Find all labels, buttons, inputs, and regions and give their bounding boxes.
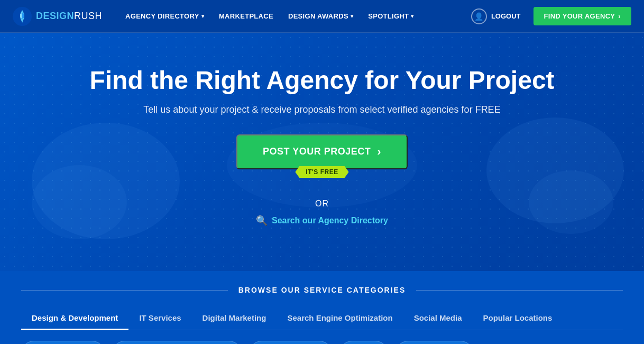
nav-agency-directory[interactable]: AGENCY DIRECTORY ▾ xyxy=(119,8,210,24)
tab-seo[interactable]: Search Engine Optimization xyxy=(277,307,403,330)
search-agency-link[interactable]: 🔍 Search our Agency Directory xyxy=(256,215,388,227)
logout-button[interactable]: 👤 LOGOUT xyxy=(465,4,527,29)
pill-ecommerce[interactable]: 🛒 Ecommerce xyxy=(249,341,332,344)
main-nav: DESIGNRUSH AGENCY DIRECTORY ▾ MARKETPLAC… xyxy=(0,0,644,33)
hero-title: Find the Right Agency for Your Project xyxy=(89,67,554,95)
pill-enterprise[interactable]: 🏢 Enterprise xyxy=(395,341,473,344)
search-icon: 🔍 xyxy=(256,215,268,227)
find-agency-button[interactable]: FIND YOUR AGENCY › xyxy=(533,7,631,25)
hero-content: Find the Right Agency for Your Project T… xyxy=(89,67,554,227)
hero-subtitle: Tell us about your project & receive pro… xyxy=(143,104,500,115)
chevron-right-icon: › xyxy=(618,12,621,20)
nav-right: 👤 LOGOUT FIND YOUR AGENCY › xyxy=(465,4,631,29)
browse-right-line xyxy=(416,290,623,291)
pill-ai[interactable]: ⚙️ AI xyxy=(339,341,388,344)
pill-mobile-app[interactable]: 📱 Mobile App Development xyxy=(112,341,242,344)
chevron-down-icon: ▾ xyxy=(351,13,353,19)
chevron-down-icon: ▾ xyxy=(411,13,413,19)
tab-social-media[interactable]: Social Media xyxy=(403,307,473,330)
logo[interactable]: DESIGNRUSH xyxy=(13,7,102,26)
service-pills: 🖥️ Web Design 📱 Mobile App Development 🛒… xyxy=(21,330,623,344)
tab-digital-marketing[interactable]: Digital Marketing xyxy=(192,307,277,330)
tab-it-services[interactable]: IT Services xyxy=(128,307,191,330)
post-project-button[interactable]: POST YOUR PROJECT › xyxy=(236,134,408,169)
hero-section: Find the Right Agency for Your Project T… xyxy=(0,33,644,271)
chevron-down-icon: ▾ xyxy=(201,13,204,19)
browse-left-line xyxy=(21,290,228,291)
browse-section: BROWSE OUR SERVICE CATEGORIES Design & D… xyxy=(0,271,644,344)
nav-spotlight[interactable]: SPOTLIGHT ▾ xyxy=(362,8,420,24)
user-icon: 👤 xyxy=(471,8,487,24)
logo-text: DESIGNRUSH xyxy=(36,11,102,22)
tab-design-development[interactable]: Design & Development xyxy=(21,307,128,330)
or-divider: OR xyxy=(315,199,329,209)
nav-links: AGENCY DIRECTORY ▾ MARKETPLACE DESIGN AW… xyxy=(119,8,465,24)
tab-popular-locations[interactable]: Popular Locations xyxy=(473,307,563,330)
browse-title: BROWSE OUR SERVICE CATEGORIES xyxy=(228,286,417,294)
pill-web-design[interactable]: 🖥️ Web Design xyxy=(21,341,105,344)
nav-marketplace[interactable]: MARKETPLACE xyxy=(213,8,280,24)
its-free-badge: IT'S FREE xyxy=(295,166,348,178)
browse-header: BROWSE OUR SERVICE CATEGORIES xyxy=(21,286,623,294)
chevron-right-icon: › xyxy=(377,145,381,159)
category-tabs: Design & Development IT Services Digital… xyxy=(21,307,623,330)
nav-design-awards[interactable]: DESIGN AWARDS ▾ xyxy=(282,8,360,24)
